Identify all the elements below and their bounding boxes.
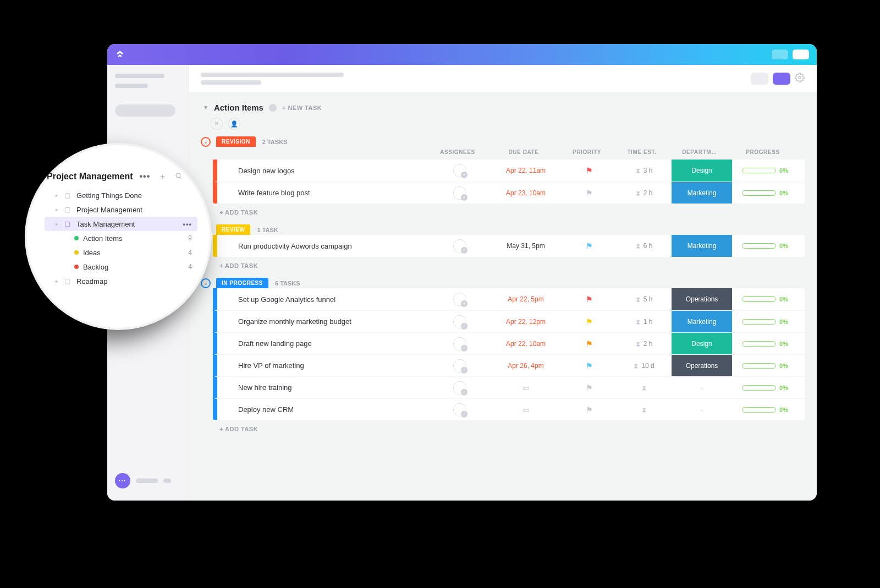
search-icon[interactable] xyxy=(175,172,182,181)
flag-icon[interactable]: ⚑ xyxy=(562,317,617,326)
sidebar-list-item[interactable]: Action Items9 xyxy=(45,231,197,245)
group-header[interactable]: ⌄ REVISION 2 TASKS xyxy=(201,136,805,147)
time-estimate[interactable]: ⧗1 h xyxy=(617,318,672,326)
calendar-icon[interactable]: ▭ xyxy=(490,405,562,414)
view-toggle-button-active[interactable] xyxy=(773,73,790,85)
task-title[interactable]: Set up Google Analytics funnel xyxy=(232,295,430,304)
sidebar-folder[interactable]: ▸ ▢Getting Things Done xyxy=(45,188,197,202)
more-icon[interactable]: ••• xyxy=(183,220,192,228)
assignee-add-icon[interactable] xyxy=(453,359,466,372)
more-icon[interactable]: ••• xyxy=(139,172,150,182)
due-date[interactable]: Apr 22, 10am xyxy=(490,340,562,348)
task-title[interactable]: Hire VP of marketing xyxy=(232,361,430,370)
assignee-add-icon[interactable] xyxy=(453,186,466,200)
collapse-caret-icon[interactable]: ▼ xyxy=(203,105,208,111)
task-row[interactable]: Run productivity Adwords campaign May 31… xyxy=(215,235,805,257)
time-estimate[interactable]: ⧗10 d xyxy=(617,362,672,370)
assignee-add-icon[interactable] xyxy=(453,293,466,306)
department-tag[interactable]: Marketing xyxy=(672,235,732,257)
task-row[interactable]: New hire training ▭ ⚑ ⧗ - 0% xyxy=(215,376,805,398)
flag-icon[interactable]: ⚑ xyxy=(562,405,617,414)
sidebar-folder[interactable]: ▸ ▢Roadmap xyxy=(45,274,197,288)
task-row[interactable]: Draft new landing page Apr 22, 10am ⚑ ⧗2… xyxy=(215,332,805,354)
flag-icon[interactable]: ⚑ xyxy=(562,339,617,348)
titlebar-control-2[interactable] xyxy=(793,50,809,59)
collapse-ring-icon[interactable]: ⌄ xyxy=(201,137,211,147)
status-chip[interactable]: IN PROGRESS xyxy=(216,278,268,288)
due-date[interactable]: May 31, 5pm xyxy=(490,242,562,250)
flag-filter-icon[interactable]: ⚑ xyxy=(211,118,223,130)
department-tag[interactable]: Marketing xyxy=(672,182,732,204)
sidebar-folder[interactable]: ▸ ▢Project Management xyxy=(45,202,197,217)
department-tag[interactable]: Design xyxy=(672,333,732,354)
task-row[interactable]: Write feature blog post Apr 23, 10am ⚑ ⧗… xyxy=(215,182,805,204)
progress-cell[interactable]: 0% xyxy=(732,318,798,325)
hourglass-icon[interactable]: ⧗ xyxy=(617,384,672,392)
time-estimate[interactable]: ⧗2 h xyxy=(617,189,672,197)
sidebar-list-item[interactable]: Ideas4 xyxy=(45,245,197,260)
time-estimate[interactable]: ⧗2 h xyxy=(617,340,672,348)
assignee-add-icon[interactable] xyxy=(453,164,466,177)
group-header[interactable]: ⌄ IN PROGRESS 6 TASKS xyxy=(201,278,805,288)
task-title[interactable]: New hire training xyxy=(232,383,430,392)
sidebar-search-skeleton[interactable] xyxy=(115,105,175,117)
info-icon[interactable] xyxy=(269,104,277,112)
assignee-add-icon[interactable] xyxy=(453,403,466,416)
progress-cell[interactable]: 0% xyxy=(732,190,798,196)
status-chip[interactable]: REVIEW xyxy=(216,224,250,235)
task-title[interactable]: Organize monthly marketing budget xyxy=(232,317,430,326)
group-header[interactable]: ⌄ REVIEW 1 TASK xyxy=(201,224,805,235)
progress-cell[interactable]: 0% xyxy=(732,340,798,347)
sidebar-list-item[interactable]: Backlog4 xyxy=(45,260,197,274)
department-tag[interactable]: Operations xyxy=(672,355,732,376)
chat-icon[interactable]: ⋯ xyxy=(115,473,130,488)
titlebar-control-1[interactable] xyxy=(772,50,788,59)
department-tag[interactable]: - xyxy=(672,377,732,398)
progress-cell[interactable]: 0% xyxy=(732,362,798,369)
due-date[interactable]: Apr 22, 11am xyxy=(490,167,562,174)
assignee-filter-icon[interactable]: 👤 xyxy=(228,118,240,130)
department-tag[interactable]: Marketing xyxy=(672,311,732,332)
plus-icon[interactable]: ＋ xyxy=(159,172,166,182)
task-row[interactable]: Organize monthly marketing budget Apr 22… xyxy=(215,310,805,332)
department-tag[interactable]: - xyxy=(672,399,732,420)
due-date[interactable]: Apr 22, 12pm xyxy=(490,318,562,326)
time-estimate[interactable]: ⧗6 h xyxy=(617,242,672,250)
collapse-ring-icon[interactable]: ⌄ xyxy=(201,278,211,288)
flag-icon[interactable]: ⚑ xyxy=(562,166,617,175)
flag-icon[interactable]: ⚑ xyxy=(562,295,617,304)
progress-cell[interactable]: 0% xyxy=(732,296,798,303)
assignee-add-icon[interactable] xyxy=(453,239,466,252)
task-title[interactable]: Deploy new CRM xyxy=(232,405,430,414)
task-title[interactable]: Design new logos xyxy=(232,167,430,175)
due-date[interactable]: Apr 26, 4pm xyxy=(490,362,562,370)
progress-cell[interactable]: 0% xyxy=(732,406,798,413)
sidebar-folder[interactable]: ▸ ▢Task Management••• xyxy=(45,217,197,231)
assignee-add-icon[interactable] xyxy=(453,337,466,350)
time-estimate[interactable]: ⧗3 h xyxy=(617,167,672,174)
department-tag[interactable]: Operations xyxy=(672,288,732,310)
add-task-button[interactable]: + ADD TASK xyxy=(201,204,805,217)
task-row[interactable]: Set up Google Analytics funnel Apr 22, 5… xyxy=(215,288,805,310)
task-row[interactable]: Hire VP of marketing Apr 26, 4pm ⚑ ⧗10 d… xyxy=(215,354,805,376)
status-chip[interactable]: REVISION xyxy=(216,136,256,147)
assignee-add-icon[interactable] xyxy=(453,381,466,394)
due-date[interactable]: Apr 22, 5pm xyxy=(490,295,562,303)
progress-cell[interactable]: 0% xyxy=(732,167,798,174)
time-estimate[interactable]: ⧗5 h xyxy=(617,295,672,303)
department-tag[interactable]: Design xyxy=(672,160,732,182)
add-task-button[interactable]: + ADD TASK xyxy=(201,420,805,433)
flag-icon[interactable]: ⚑ xyxy=(562,241,617,250)
task-title[interactable]: Run productivity Adwords campaign xyxy=(232,242,430,250)
due-date[interactable]: Apr 23, 10am xyxy=(490,189,562,197)
view-toggle-button[interactable] xyxy=(751,73,768,85)
new-task-button[interactable]: + NEW TASK xyxy=(282,105,322,111)
hourglass-icon[interactable]: ⧗ xyxy=(617,406,672,414)
progress-cell[interactable]: 0% xyxy=(732,243,798,249)
task-title[interactable]: Draft new landing page xyxy=(232,339,430,348)
task-row[interactable]: Design new logos Apr 22, 11am ⚑ ⧗3 h Des… xyxy=(215,160,805,182)
add-task-button[interactable]: + ADD TASK xyxy=(201,257,805,270)
flag-icon[interactable]: ⚑ xyxy=(562,361,617,370)
flag-icon[interactable]: ⚑ xyxy=(562,189,617,197)
task-row[interactable]: Deploy new CRM ▭ ⚑ ⧗ - 0% xyxy=(215,398,805,420)
